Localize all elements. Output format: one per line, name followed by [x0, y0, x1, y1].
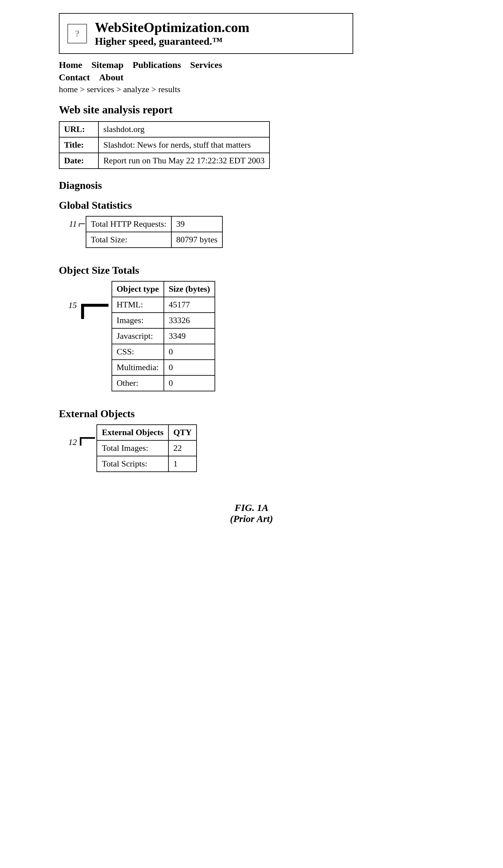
page-title: Web site analysis report: [59, 104, 444, 116]
http-requests-label: Total HTTP Requests:: [86, 216, 171, 232]
javascript-size: 3349: [164, 328, 215, 344]
total-size-value: 80797 bytes: [171, 232, 222, 248]
external-objects-body: Total Images: 22 Total Scripts: 1: [97, 440, 197, 472]
external-objects-section: External Objects 12 ⌐ External Objects Q…: [59, 408, 444, 483]
annotation-12: 12: [59, 424, 77, 447]
object-size-table: Object type Size (bytes) HTML: 45177 Ima…: [111, 281, 215, 391]
qty-header: QTY: [169, 425, 197, 440]
javascript-label: Javascript:: [112, 328, 164, 344]
total-scripts-label: Total Scripts:: [97, 456, 168, 472]
breadcrumb: home > services > analyze > results: [59, 85, 444, 94]
table-row: Other: 0: [112, 375, 215, 391]
figure-title: FIG. 1A: [59, 502, 444, 513]
navigation: Home Sitemap Publications Services Conta…: [59, 60, 444, 83]
table-row: Total Size: 80797 bytes: [86, 232, 223, 248]
total-images-label: Total Images:: [97, 440, 168, 456]
table-row: Total Scripts: 1: [97, 456, 197, 472]
bracket-symbol-12: ⌐: [78, 422, 97, 454]
header-box: ? WebSiteOptimization.com Higher speed, …: [59, 13, 353, 54]
url-table-body: URL: slashdot.org Title: Slashdot: News …: [59, 122, 270, 168]
global-stats-annotated: 11 ⌐ Total HTTP Requests: 39 Total Size:…: [59, 216, 444, 258]
images-label: Images:: [112, 313, 164, 328]
external-objects-annotated: 12 ⌐ External Objects QTY Total Images: …: [59, 424, 444, 483]
total-size-label: Total Size:: [86, 232, 171, 248]
table-row: Javascript: 3349: [112, 328, 215, 344]
annotation-11: 11: [59, 216, 77, 229]
figure-label: FIG. 1A (Prior Art): [59, 502, 444, 524]
external-objects-heading: External Objects: [59, 408, 444, 420]
site-subtitle: Higher speed, guaranteed.™: [95, 35, 249, 48]
global-stats-body: Total HTTP Requests: 39 Total Size: 8079…: [86, 216, 223, 248]
site-title: WebSiteOptimization.com: [95, 20, 249, 35]
other-label: Other:: [112, 375, 164, 391]
images-size: 33326: [164, 313, 215, 328]
http-requests-value: 39: [171, 216, 222, 232]
logo-icon-symbol: ?: [75, 29, 79, 39]
nav-about[interactable]: About: [99, 72, 124, 83]
size-bytes-header: Size (bytes): [164, 281, 215, 297]
bracket-symbol-15: ⌐: [78, 276, 111, 334]
total-scripts-qty: 1: [169, 456, 197, 472]
nav-contact[interactable]: Contact: [59, 72, 90, 83]
global-stats-heading: Global Statistics: [59, 199, 444, 211]
object-size-thead: Object type Size (bytes): [112, 281, 215, 297]
css-size: 0: [164, 344, 215, 360]
date-label: Date:: [59, 153, 99, 168]
global-stats-section: Global Statistics 11 ⌐ Total HTTP Reques…: [59, 199, 444, 258]
figure-subtitle: (Prior Art): [59, 513, 444, 524]
annotation-15: 15: [59, 281, 77, 310]
table-header-row: Object type Size (bytes): [112, 281, 215, 297]
header-text: WebSiteOptimization.com Higher speed, gu…: [95, 20, 249, 48]
date-value: Report run on Thu May 22 17:22:32 EDT 20…: [99, 153, 270, 168]
nav-sitemap[interactable]: Sitemap: [92, 60, 124, 70]
url-label: URL:: [59, 122, 99, 137]
nav-home[interactable]: Home: [59, 60, 82, 70]
title-label: Title:: [59, 137, 99, 153]
css-label: CSS:: [112, 344, 164, 360]
logo-icon: ?: [67, 24, 87, 43]
external-objects-thead: External Objects QTY: [97, 425, 197, 440]
diagnosis-heading: Diagnosis: [59, 179, 444, 192]
nav-publications[interactable]: Publications: [133, 60, 181, 70]
object-size-section: Object Size Totals 15 ⌐ Object type Size…: [59, 264, 444, 402]
table-row: HTML: 45177: [112, 297, 215, 313]
html-size: 45177: [164, 297, 215, 313]
other-size: 0: [164, 375, 215, 391]
table-row: Multimedia: 0: [112, 360, 215, 375]
nav-services[interactable]: Services: [190, 60, 222, 70]
object-type-header: Object type: [112, 281, 164, 297]
bracket-symbol-11: ⌐: [78, 216, 86, 230]
table-header-row: External Objects QTY: [97, 425, 197, 440]
url-value: slashdot.org: [99, 122, 270, 137]
html-label: HTML:: [112, 297, 164, 313]
external-objects-header: External Objects: [97, 425, 168, 440]
nav-links-row2: Contact About: [59, 72, 444, 83]
multimedia-size: 0: [164, 360, 215, 375]
global-stats-table: Total HTTP Requests: 39 Total Size: 8079…: [86, 216, 223, 248]
table-row: URL: slashdot.org: [59, 122, 270, 137]
diagnosis-section: Diagnosis: [59, 179, 444, 192]
title-value: Slashdot: News for nerds, stuff that mat…: [99, 137, 270, 153]
object-size-annotated: 15 ⌐ Object type Size (bytes) HTML: 4517…: [59, 281, 444, 402]
multimedia-label: Multimedia:: [112, 360, 164, 375]
total-images-qty: 22: [169, 440, 197, 456]
table-row: Date: Report run on Thu May 22 17:22:32 …: [59, 153, 270, 168]
nav-links: Home Sitemap Publications Services: [59, 60, 444, 70]
object-size-body: HTML: 45177 Images: 33326 Javascript: 33…: [112, 297, 215, 391]
external-objects-table: External Objects QTY Total Images: 22 To…: [97, 424, 197, 472]
table-row: Images: 33326: [112, 313, 215, 328]
table-row: Total Images: 22: [97, 440, 197, 456]
url-table: URL: slashdot.org Title: Slashdot: News …: [59, 121, 270, 169]
object-size-heading: Object Size Totals: [59, 264, 444, 276]
table-row: Title: Slashdot: News for nerds, stuff t…: [59, 137, 270, 153]
table-row: Total HTTP Requests: 39: [86, 216, 223, 232]
table-row: CSS: 0: [112, 344, 215, 360]
